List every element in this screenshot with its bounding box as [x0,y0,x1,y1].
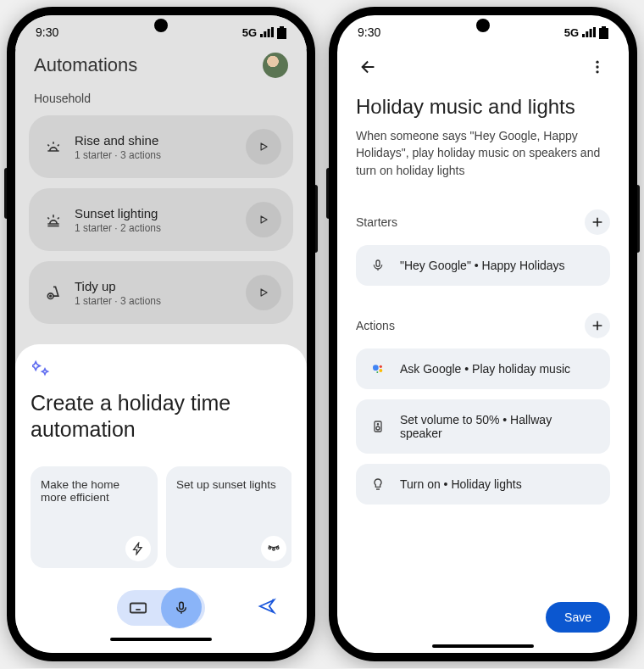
mic-icon [369,259,386,272]
lights-icon [261,536,286,561]
sunrise-icon [44,138,63,155]
suggestion-card[interactable]: Set up sunset lights [166,466,291,568]
status-icons: 5G [242,26,286,39]
action-text: Ask Google • Play holiday music [400,362,570,376]
status-time: 9:30 [358,25,380,39]
vacuum-icon [44,284,63,301]
svg-point-12 [373,365,379,371]
assistant-icon [369,362,386,376]
play-button[interactable] [246,129,281,164]
svg-rect-11 [376,260,380,266]
mic-icon [174,600,189,616]
signal-icon [260,27,274,37]
save-button[interactable]: Save [546,602,610,633]
speaker-icon [369,420,386,433]
actions-label: Actions [356,319,395,332]
signal-icon [582,27,596,37]
svg-rect-6 [180,602,184,609]
svg-point-13 [380,365,382,368]
automation-meta: 1 starter · 3 actions [75,295,234,307]
svg-point-7 [272,599,274,600]
action-item[interactable]: Ask Google • Play holiday music [356,348,610,389]
input-mode-toggle[interactable] [117,590,205,626]
automation-name: Tidy up [75,279,234,293]
play-icon [258,287,269,298]
home-indicator[interactable] [432,644,534,648]
plus-icon [591,319,604,332]
add-action-button[interactable] [585,313,610,338]
automation-meta: 1 starter · 3 actions [75,149,234,161]
camera-notch [476,19,490,32]
automation-meta: 1 starter · 2 actions [75,222,234,234]
play-button[interactable] [246,202,281,237]
automation-name: Sunset lighting [75,206,234,220]
automation-card[interactable]: Rise and shine 1 starter · 3 actions [29,115,293,178]
section-label: Household [15,83,307,115]
arrow-back-icon [359,58,378,76]
svg-point-9 [596,65,598,68]
back-button[interactable] [356,54,381,80]
more-button[interactable] [585,54,610,80]
starter-text: "Hey Google" • Happy Holidays [400,259,565,272]
svg-point-2 [269,547,271,549]
mic-button[interactable] [161,588,202,628]
status-network: 5G [564,26,579,39]
svg-point-10 [596,70,598,73]
bolt-icon [125,536,151,561]
plus-icon [591,215,604,229]
battery-icon [277,26,286,39]
automation-card[interactable]: Sunset lighting 1 starter · 2 actions [29,188,293,251]
svg-rect-5 [130,604,146,613]
more-vert-icon [589,59,606,75]
automation-description: When someone says "Hey Google, Happy Hol… [356,127,610,179]
action-item[interactable]: Turn on • Holiday lights [356,464,610,505]
battery-icon [599,26,608,39]
suggestion-label: Make the home more efficient [41,478,119,504]
automation-card[interactable]: Tidy up 1 starter · 3 actions [29,261,293,324]
home-indicator[interactable] [110,638,212,641]
camera-notch [154,19,168,32]
play-icon [258,141,269,153]
sunset-icon [44,211,63,228]
status-icons: 5G [564,26,608,39]
svg-point-18 [377,424,378,425]
suggestion-card[interactable]: Make the home more efficient [31,466,158,568]
svg-point-8 [596,61,598,64]
starters-label: Starters [356,215,397,229]
page-title: Automations [34,54,137,76]
starter-item[interactable]: "Hey Google" • Happy Holidays [356,245,610,286]
sparkle-icon [31,360,291,390]
status-time: 9:30 [36,25,58,39]
svg-point-1 [50,295,52,297]
avatar[interactable] [263,53,288,78]
svg-point-15 [376,371,378,373]
automation-title: Holiday music and lights [356,95,610,119]
sheet-title: Create a holiday time automation [31,390,291,467]
svg-point-4 [276,547,279,549]
svg-point-3 [273,548,275,550]
play-icon [258,214,269,226]
svg-point-14 [379,369,382,372]
action-item[interactable]: Set volume to 50% • Hallway speaker [356,399,610,454]
automation-name: Rise and shine [75,133,234,148]
keyboard-icon[interactable] [129,599,147,617]
send-icon[interactable] [258,597,276,619]
action-text: Turn on • Holiday lights [400,477,522,491]
suggestion-label: Set up sunset lights [176,478,276,491]
create-sheet: Create a holiday time automation Make th… [15,344,307,654]
svg-point-17 [376,426,380,430]
bulb-icon [369,477,386,491]
add-starter-button[interactable] [585,209,610,235]
play-button[interactable] [246,275,281,310]
action-text: Set volume to 50% • Hallway speaker [400,413,597,440]
status-network: 5G [242,26,257,39]
